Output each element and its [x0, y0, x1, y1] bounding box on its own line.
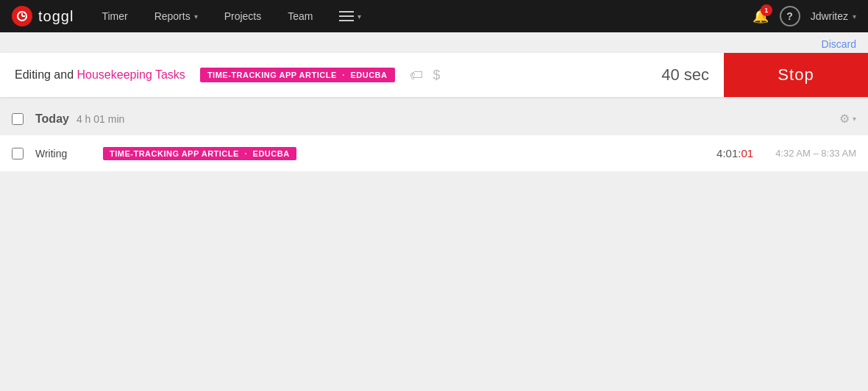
gear-chevron-icon[interactable]: ▾ [853, 115, 856, 123]
table-row: Writing TIME-TRACKING APP ARTICLE · EDUC… [0, 134, 868, 171]
reports-chevron-icon: ▾ [194, 12, 198, 21]
timer-bar: Editing and Housekeeping Tasks TIME-TRAC… [0, 53, 868, 97]
user-chevron-icon: ▾ [853, 12, 856, 21]
burger-icon [339, 11, 354, 21]
user-menu[interactable]: Jdwritez ▾ [811, 10, 856, 22]
user-name: Jdwritez [811, 10, 848, 22]
entry-duration-main: 4:01 [716, 147, 738, 159]
dollar-icon[interactable]: $ [433, 68, 441, 83]
nav-more[interactable]: ▾ [326, 0, 374, 32]
notifications-bell[interactable]: 🔔 1 [752, 7, 769, 25]
today-gear-area: ⚙ ▾ [839, 112, 856, 126]
timer-project-badge[interactable]: TIME-TRACKING APP ARTICLE · EDUCBA [200, 68, 395, 82]
entry-badge-sep: · [244, 149, 247, 158]
timer-project-client: EDUCBA [350, 71, 387, 79]
entry-checkbox[interactable] [12, 148, 24, 159]
nav-team[interactable]: Team [274, 0, 326, 32]
navbar: toggl Timer Reports ▾ Projects Team ▾ 🔔 … [0, 0, 868, 32]
nav-reports[interactable]: Reports ▾ [141, 0, 211, 32]
today-label: Today [35, 112, 69, 126]
nav-timer[interactable]: Timer [88, 0, 140, 32]
logo-text: toggl [38, 8, 74, 25]
tag-icon[interactable]: 🏷 [410, 68, 423, 83]
task-name-highlight: Housekeeping Tasks [77, 68, 185, 81]
help-button[interactable]: ? [780, 6, 800, 26]
nav-right-area: 🔔 1 ? Jdwritez ▾ [752, 6, 856, 26]
today-header: Today 4 h 01 min ⚙ ▾ [0, 106, 868, 132]
nav-projects[interactable]: Projects [211, 0, 275, 32]
timer-project-name: TIME-TRACKING APP ARTICLE [207, 71, 337, 79]
stop-button[interactable]: Stop [724, 53, 868, 97]
entry-duration: 4:01:01 [716, 147, 753, 159]
app-logo[interactable]: toggl [12, 6, 74, 26]
notification-badge: 1 [761, 4, 772, 16]
entry-duration-dim: :01 [738, 147, 753, 159]
timer-badge-sep: · [342, 71, 345, 79]
timer-elapsed: 40 sec [661, 65, 724, 85]
more-chevron-icon: ▾ [357, 12, 361, 21]
logo-icon [12, 6, 32, 26]
entry-project-badge[interactable]: TIME-TRACKING APP ARTICLE · EDUCBA [103, 147, 296, 160]
entry-project-name: TIME-TRACKING APP ARTICLE [110, 149, 239, 158]
main-content: Discard Editing and Housekeeping Tasks T… [0, 32, 868, 171]
gear-icon[interactable]: ⚙ [839, 112, 850, 126]
timer-task-name: Editing and Housekeeping Tasks [15, 68, 185, 82]
discard-row: Discard [0, 32, 868, 53]
timer-icons: 🏷 $ [410, 68, 441, 83]
discard-link[interactable]: Discard [822, 38, 856, 50]
task-name-normal: Editing and [15, 68, 77, 81]
entry-client: EDUCBA [253, 149, 290, 158]
entry-task-name: Writing [35, 148, 94, 159]
today-select-all-checkbox[interactable] [12, 113, 24, 125]
entry-time-range: 4:32 AM – 8:33 AM [775, 148, 856, 159]
today-duration: 4 h 01 min [77, 113, 124, 125]
